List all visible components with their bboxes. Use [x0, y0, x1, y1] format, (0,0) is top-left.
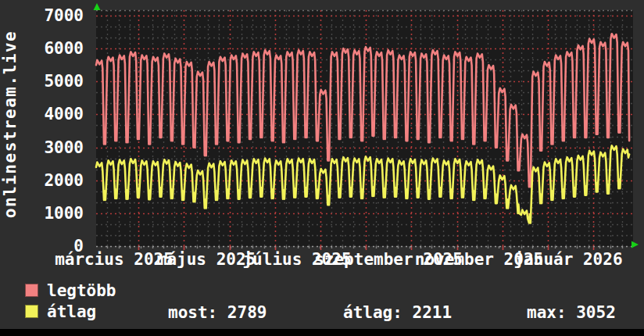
x-tick-label: május 2025 [157, 251, 256, 268]
x-tick-label: január 2026 [513, 251, 622, 268]
y-axis-arrow-up-icon [94, 3, 101, 10]
legend-label: átlag [47, 303, 96, 320]
y-tick-label: 3000 [0, 139, 84, 156]
stat-tlag: átlag: 2211 [343, 304, 452, 321]
stat-max: max: 3052 [527, 304, 616, 321]
stat-most: most: 2789 [168, 304, 267, 321]
y-tick-label: 5000 [0, 73, 84, 90]
legend-swatch-icon [25, 284, 38, 297]
y-tick-label: 1000 [0, 205, 84, 222]
y-tick-label: 2000 [0, 172, 84, 189]
bottom-black-bar [0, 329, 644, 336]
graph-image: onlinestream.live 7000600050004000300020… [0, 0, 644, 336]
legend-label: legtöbb [47, 282, 116, 299]
x-tick-label: március 2025 [55, 251, 174, 268]
y-tick-label: 4000 [0, 105, 84, 123]
legend-swatch-icon [25, 305, 38, 318]
y-tick-label: 6000 [0, 40, 84, 57]
series-line-atlag [96, 145, 629, 223]
x-axis-arrow-right-icon [631, 241, 639, 248]
y-tick-label: 7000 [0, 7, 84, 24]
